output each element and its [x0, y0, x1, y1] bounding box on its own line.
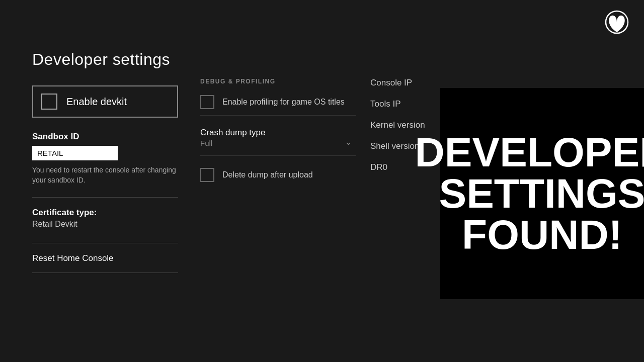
middle-panel: DEBUG & PROFILING Enable profiling for g…: [200, 78, 356, 200]
delete-dump-checkbox[interactable]: [200, 168, 214, 182]
overlay-banner: DEVELOPER SETTINGS FOUND!: [440, 88, 644, 299]
sandbox-input[interactable]: [32, 146, 118, 160]
page-title: Developer settings: [32, 50, 170, 69]
delete-dump-row: Delete dump after upload: [200, 168, 356, 188]
enable-devkit-toggle[interactable]: Enable devkit: [32, 85, 178, 118]
banner-text: DEVELOPER SETTINGS FOUND!: [415, 132, 644, 255]
delete-dump-label: Delete dump after upload: [222, 170, 313, 180]
crash-dump-dropdown[interactable]: Crash dump type Full ⌄: [200, 128, 356, 156]
crash-dump-title: Crash dump type: [200, 128, 356, 138]
console-ip-item[interactable]: Console IP: [370, 78, 436, 88]
xbox-logo: [605, 10, 629, 34]
sandbox-section: Sandbox ID You need to restart the conso…: [32, 132, 178, 185]
divider-3: [32, 273, 178, 273]
sandbox-note: You need to restart the console after ch…: [32, 165, 178, 185]
sandbox-label: Sandbox ID: [32, 132, 178, 142]
cert-section: Certificate type: Retail Devkit: [32, 208, 178, 229]
enable-devkit-label: Enable devkit: [66, 96, 127, 108]
profiling-label: Enable profiling for game OS titles: [222, 97, 345, 108]
tools-ip-item[interactable]: Tools IP: [370, 99, 436, 109]
reset-home-console-button[interactable]: Reset Home Console: [32, 253, 178, 263]
reset-section: Reset Home Console: [32, 253, 178, 263]
cert-type-value: Retail Devkit: [32, 220, 178, 229]
profiling-row: Enable profiling for game OS titles: [200, 95, 356, 116]
divider-1: [32, 197, 178, 198]
crash-dump-value: Full: [200, 139, 356, 147]
cert-type-label: Certificate type:: [32, 208, 178, 218]
divider-2: [32, 243, 178, 243]
profiling-checkbox[interactable]: [200, 95, 214, 109]
kernel-version-item[interactable]: Kernel version: [370, 120, 436, 130]
chevron-down-icon: ⌄: [345, 136, 352, 147]
left-panel: Enable devkit Sandbox ID You need to res…: [32, 85, 178, 283]
debug-section-header: DEBUG & PROFILING: [200, 78, 356, 85]
enable-devkit-checkbox[interactable]: [41, 94, 57, 110]
